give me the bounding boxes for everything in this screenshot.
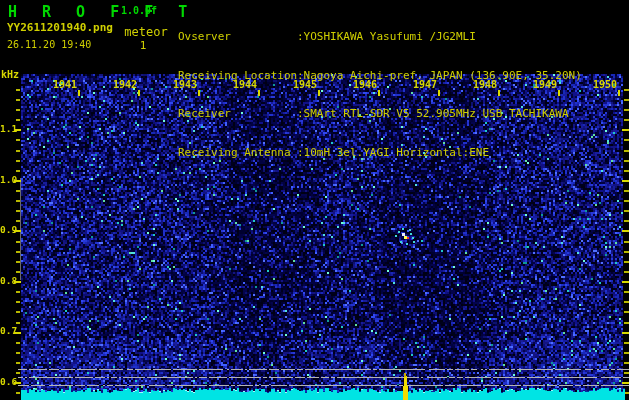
timestamp: 26.11.20 19:40 xyxy=(7,39,91,50)
time-label: 1948 xyxy=(469,79,497,90)
app-title: H R O F F T xyxy=(8,3,195,21)
info-value: :SMArt RTL-SDR V5 52.905MHz USB TACHIKAW… xyxy=(297,108,569,121)
time-label: 1945 xyxy=(289,79,317,90)
info-row: Ovserver:YOSHIKAWA Yasufumi /JG2MLI xyxy=(178,31,582,44)
info-row: Receiver:SMArt RTL-SDR V5 52.905MHz USB … xyxy=(178,108,582,121)
info-value: :10mH 3el.YAGI Horizontal:ENE xyxy=(297,147,489,160)
freq-tick-label: 1.1 xyxy=(0,123,15,134)
info-label: Receiving Antenna xyxy=(178,147,297,160)
mode-label: meteor xyxy=(118,25,174,39)
time-label: 1941 xyxy=(49,79,77,90)
freq-tick-label: 1.0 xyxy=(0,174,15,185)
time-label: 1943 xyxy=(169,79,197,90)
info-value: :YOSHIKAWA Yasufumi /JG2MLI xyxy=(297,31,476,44)
count-value: 1 xyxy=(118,39,168,52)
freq-tick-label: 0.7 xyxy=(0,325,15,336)
time-label: 1946 xyxy=(349,79,377,90)
info-label: Ovserver xyxy=(178,31,297,44)
time-label: 1942 xyxy=(109,79,137,90)
info-row: Receiving Antenna:10mH 3el.YAGI Horizont… xyxy=(178,147,582,160)
freq-tick-label: 0.8 xyxy=(0,275,15,286)
freq-tick-label: 0.6 xyxy=(0,376,15,387)
time-label: 1949 xyxy=(529,79,557,90)
info-label: Receiver xyxy=(178,108,297,121)
app-version: 1.0.0f xyxy=(121,5,157,16)
hrofft-screen: H R O F F T 1.0.0f YY2611201940.png mete… xyxy=(0,0,629,400)
station-info: Ovserver:YOSHIKAWA Yasufumi /JG2MLI Rece… xyxy=(178,5,582,186)
time-label: 1947 xyxy=(409,79,437,90)
output-filename: YY2611201940.png xyxy=(7,21,113,34)
freq-tick-label: 0.9 xyxy=(0,224,15,235)
time-label: 1944 xyxy=(229,79,257,90)
freq-axis-unit: kHz xyxy=(1,69,19,80)
time-label: 1950 xyxy=(589,79,617,90)
